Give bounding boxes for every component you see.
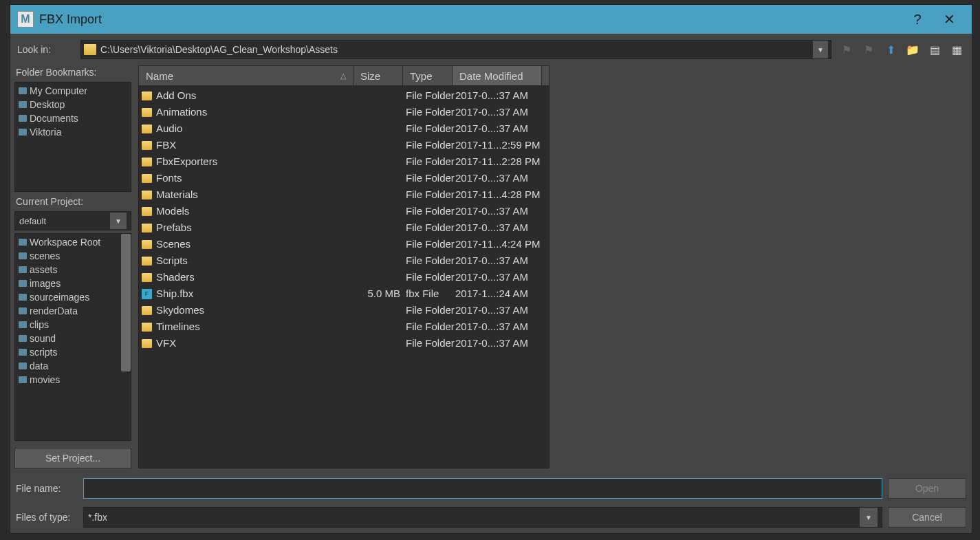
tree-item[interactable]: renderData xyxy=(17,304,129,318)
tree-item[interactable]: clips xyxy=(17,318,129,332)
tree-item-label: sound xyxy=(30,332,56,345)
bookmark-item[interactable]: Viktoria xyxy=(17,125,129,139)
project-tree[interactable]: Workspace Rootscenesassetsimagessourceim… xyxy=(14,233,131,441)
file-row[interactable]: VFXFile Folder2017-0...:37 AM xyxy=(139,335,549,352)
tree-item[interactable]: images xyxy=(17,277,129,290)
bookmark-item[interactable]: Desktop xyxy=(17,98,129,111)
folder-icon xyxy=(84,44,96,55)
close-button[interactable]: ✕ xyxy=(933,5,965,34)
col-size[interactable]: Size xyxy=(353,66,403,85)
tree-item-label: scenes xyxy=(30,249,60,263)
cancel-button[interactable]: Cancel xyxy=(888,507,966,528)
file-type: File Folder xyxy=(406,104,455,120)
file-row[interactable]: FontsFile Folder2017-0...:37 AM xyxy=(139,170,549,186)
filename-input[interactable] xyxy=(83,478,882,499)
file-row[interactable]: PrefabsFile Folder2017-0...:37 AM xyxy=(139,219,549,236)
file-row[interactable]: Add OnsFile Folder2017-0...:37 AM xyxy=(139,87,549,104)
file-row[interactable]: MaterialsFile Folder2017-11...4:28 PM xyxy=(139,186,549,203)
file-date: 2017-11...2:28 PM xyxy=(455,153,546,170)
file-row[interactable]: FBXFile Folder2017-11...2:59 PM xyxy=(139,137,549,153)
file-row[interactable]: AnimationsFile Folder2017-0...:37 AM xyxy=(139,104,549,120)
filetype-dropdown[interactable]: *.fbx ▼ xyxy=(83,507,882,528)
bottom-panel: File name: Open Files of type: *.fbx ▼ C… xyxy=(10,473,972,533)
folder-icon xyxy=(142,257,152,266)
new-folder-icon[interactable]: 📁 xyxy=(904,41,921,58)
file-date: 2017-1...:24 AM xyxy=(455,285,546,302)
bookmark-item[interactable]: My Computer xyxy=(17,84,129,98)
file-list[interactable]: Add OnsFile Folder2017-0...:37 AMAnimati… xyxy=(138,86,549,468)
tree-item[interactable]: assets xyxy=(17,263,129,277)
folder-icon xyxy=(19,376,27,383)
tree-item[interactable]: scripts xyxy=(17,345,129,359)
bookmarks-list[interactable]: My ComputerDesktopDocumentsViktoria xyxy=(14,82,131,192)
folder-icon xyxy=(142,240,152,249)
help-button[interactable]: ? xyxy=(902,5,933,34)
tree-item[interactable]: scenes xyxy=(17,249,129,263)
current-project-label: Current Project: xyxy=(14,195,131,208)
folder-icon xyxy=(19,321,27,328)
file-type: File Folder xyxy=(406,87,455,104)
file-row[interactable]: TimelinesFile Folder2017-0...:37 AM xyxy=(139,318,549,335)
set-project-button[interactable]: Set Project... xyxy=(14,448,131,468)
chevron-down-icon: ▼ xyxy=(860,508,878,527)
file-row[interactable]: ScriptsFile Folder2017-0...:37 AM xyxy=(139,252,549,269)
up-folder-icon[interactable]: ⬆ xyxy=(882,41,899,58)
bookmark-fwd-icon[interactable]: ⚑ xyxy=(860,41,877,58)
path-input[interactable]: C:\Users\Viktoria\Desktop\AG_Clean_Works… xyxy=(80,40,831,59)
tree-item[interactable]: sourceimages xyxy=(17,290,129,304)
col-type[interactable]: Type xyxy=(403,66,453,85)
scrollbar-thumb[interactable] xyxy=(121,234,131,371)
file-area: Name △ Size Type Date Modified Add OnsFi… xyxy=(138,65,549,468)
folder-icon xyxy=(19,294,27,301)
file-row[interactable]: SkydomesFile Folder2017-0...:37 AM xyxy=(139,302,549,318)
file-row[interactable]: ModelsFile Folder2017-0...:37 AM xyxy=(139,203,549,219)
detail-view-icon[interactable]: ▦ xyxy=(948,41,965,58)
file-date: 2017-0...:37 AM xyxy=(455,269,546,285)
file-name: Skydomes xyxy=(156,302,204,318)
bookmark-label: Desktop xyxy=(30,98,65,111)
file-name: Timelines xyxy=(156,318,200,335)
file-date: 2017-0...:37 AM xyxy=(455,252,546,269)
path-dropdown-icon[interactable]: ▼ xyxy=(813,41,828,58)
tree-item[interactable]: Workspace Root xyxy=(17,235,129,249)
col-date[interactable]: Date Modified xyxy=(453,66,542,85)
fbx-file-icon: F xyxy=(142,289,152,299)
file-name: FBX xyxy=(156,137,176,153)
project-dropdown[interactable]: default ▼ xyxy=(14,211,131,230)
drive-icon xyxy=(19,87,27,94)
folder-icon xyxy=(142,174,152,183)
file-row[interactable]: FbxExportersFile Folder2017-11...2:28 PM xyxy=(139,153,549,170)
folder-icon xyxy=(142,306,152,315)
tree-item[interactable]: movies xyxy=(17,373,129,387)
file-type: File Folder xyxy=(406,302,455,318)
folder-icon xyxy=(19,252,27,259)
file-name: Prefabs xyxy=(156,219,192,236)
open-button[interactable]: Open xyxy=(888,478,966,499)
file-row[interactable]: ShadersFile Folder2017-0...:37 AM xyxy=(139,269,549,285)
file-date: 2017-11...4:28 PM xyxy=(455,186,546,203)
bookmarks-label: Folder Bookmarks: xyxy=(14,65,131,79)
bookmark-item[interactable]: Documents xyxy=(17,111,129,125)
folder-icon xyxy=(142,141,152,150)
bookmark-back-icon[interactable]: ⚑ xyxy=(838,41,855,58)
col-name[interactable]: Name △ xyxy=(139,66,353,85)
list-view-icon[interactable]: ▤ xyxy=(926,41,943,58)
sort-asc-icon: △ xyxy=(340,72,346,80)
file-name: Add Ons xyxy=(156,87,196,104)
folder-icon xyxy=(19,239,27,246)
folder-icon xyxy=(142,207,152,216)
tree-item[interactable]: sound xyxy=(17,332,129,345)
file-row[interactable]: FShip.fbx5.0 MBfbx File2017-1...:24 AM xyxy=(139,285,549,302)
drive-icon xyxy=(19,129,27,136)
file-row[interactable]: ScenesFile Folder2017-11...4:24 PM xyxy=(139,236,549,252)
file-name: FbxExporters xyxy=(156,153,217,170)
file-date: 2017-0...:37 AM xyxy=(455,203,546,219)
file-name: Shaders xyxy=(156,269,195,285)
tree-item[interactable]: data xyxy=(17,359,129,373)
file-name: Materials xyxy=(156,186,198,203)
drive-icon xyxy=(19,101,27,108)
file-row[interactable]: AudioFile Folder2017-0...:37 AM xyxy=(139,120,549,137)
file-type: File Folder xyxy=(406,203,455,219)
filetype-value: *.fbx xyxy=(88,512,107,523)
file-name: Scenes xyxy=(156,236,190,252)
